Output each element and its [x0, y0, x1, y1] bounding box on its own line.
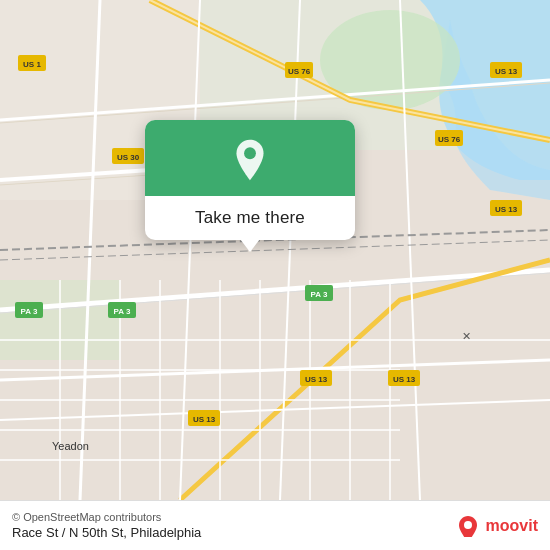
popup-triangle — [240, 239, 260, 252]
svg-point-53 — [464, 521, 472, 529]
svg-text:PA 3: PA 3 — [21, 307, 38, 316]
moovit-brand-text: moovit — [486, 517, 538, 535]
svg-text:US 13: US 13 — [305, 375, 328, 384]
copyright-text: © OpenStreetMap contributors — [12, 511, 446, 523]
map-container: US 1 US 30 PA 3 PA 3 US 76 US 76 US 13 U… — [0, 0, 550, 500]
location-pin-icon — [228, 138, 272, 182]
location-title: Race St / N 50th St, Philadelphia — [12, 525, 446, 540]
map-svg: US 1 US 30 PA 3 PA 3 US 76 US 76 US 13 U… — [0, 0, 550, 500]
svg-text:US 76: US 76 — [288, 67, 311, 76]
moovit-logo: moovit — [454, 515, 538, 537]
svg-text:Yeadon: Yeadon — [52, 440, 89, 452]
svg-text:US 13: US 13 — [193, 415, 216, 424]
svg-text:PA 3: PA 3 — [114, 307, 131, 316]
svg-text:US 13: US 13 — [393, 375, 416, 384]
svg-text:US 13: US 13 — [495, 205, 518, 214]
location-popup: Take me there — [145, 120, 355, 240]
moovit-icon — [454, 515, 482, 537]
svg-text:US 76: US 76 — [438, 135, 461, 144]
svg-text:US 13: US 13 — [495, 67, 518, 76]
svg-text:PA 3: PA 3 — [311, 290, 328, 299]
svg-text:✕: ✕ — [462, 330, 471, 342]
svg-text:US 1: US 1 — [23, 60, 41, 69]
popup-header — [145, 120, 355, 196]
svg-point-52 — [244, 147, 256, 159]
take-me-there-button[interactable]: Take me there — [195, 208, 305, 228]
svg-text:US 30: US 30 — [117, 153, 140, 162]
bottom-bar: © OpenStreetMap contributors Race St / N… — [0, 500, 550, 550]
